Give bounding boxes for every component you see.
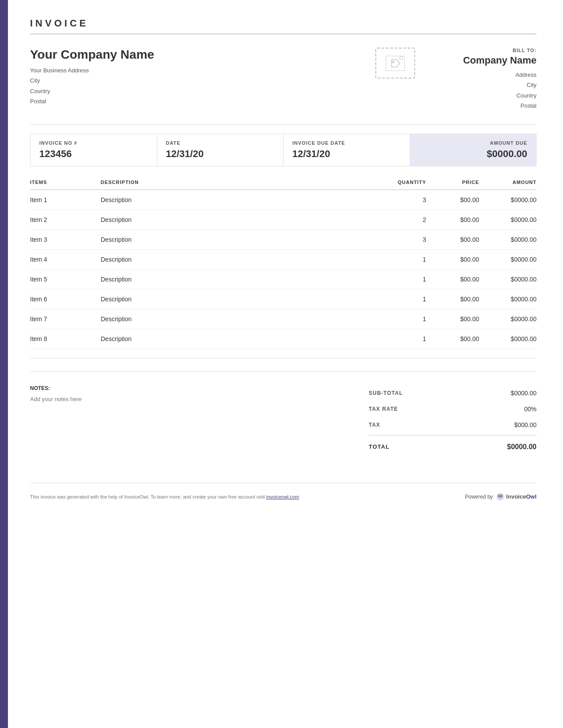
footer-static-text: This invoice was generated with the help… <box>30 494 265 499</box>
item-description: Description <box>101 296 373 303</box>
bill-details: Address City Country Postal <box>422 70 537 111</box>
svg-point-7 <box>501 496 502 497</box>
header-quantity: QUANTITY <box>373 180 426 185</box>
table-row: Item 5 Description 1 $00.00 $0000.00 <box>30 270 537 289</box>
item-description: Description <box>101 196 373 203</box>
logo-placeholder <box>375 48 415 79</box>
tax-value: $000.00 <box>514 421 537 428</box>
brand-invoice: InvoiceOwl <box>506 493 537 500</box>
item-price: $00.00 <box>426 236 479 243</box>
table-row: Item 2 Description 2 $00.00 $0000.00 <box>30 210 537 230</box>
items-section: ITEMS DESCRIPTION QUANTITY PRICE AMOUNT … <box>30 175 537 349</box>
item-price: $00.00 <box>426 196 479 203</box>
powered-by: Powered by InvoiceOwl <box>465 492 537 502</box>
invoice-no-value: 123456 <box>39 148 148 160</box>
item-quantity: 1 <box>373 296 426 303</box>
item-amount: $0000.00 <box>479 216 537 223</box>
meta-section: INVOICE NO # 123456 DATE 12/31/20 INVOIC… <box>30 134 537 166</box>
footer-text: This invoice was generated with the help… <box>30 494 299 499</box>
item-price: $00.00 <box>426 315 479 323</box>
invoiceowl-logo: InvoiceOwl <box>495 492 537 502</box>
divider-2 <box>30 358 537 358</box>
item-description: Description <box>101 315 373 323</box>
table-body: Item 1 Description 3 $00.00 $0000.00 Ite… <box>30 190 537 349</box>
item-amount: $0000.00 <box>479 256 537 263</box>
grand-total-value: $0000.00 <box>507 443 537 451</box>
left-accent-bar <box>0 0 8 728</box>
item-amount: $0000.00 <box>479 335 537 342</box>
item-name: Item 8 <box>30 335 101 342</box>
table-row: Item 3 Description 3 $00.00 $0000.00 <box>30 230 537 250</box>
table-row: Item 7 Description 1 $00.00 $0000.00 <box>30 309 537 329</box>
powered-by-label: Powered by <box>465 494 493 500</box>
invoice-title: INVOICE <box>30 18 537 34</box>
item-quantity: 1 <box>373 315 426 323</box>
from-country: Country <box>30 86 369 96</box>
bill-postal: Postal <box>422 101 537 111</box>
footer-link[interactable]: invoiceowl.com <box>266 494 299 499</box>
item-quantity: 2 <box>373 216 426 223</box>
bill-city: City <box>422 80 537 90</box>
grand-total-row: TOTAL $0000.00 <box>369 438 537 456</box>
tax-rate-row: TAX RATE 00% <box>369 401 537 417</box>
item-amount: $0000.00 <box>479 296 537 303</box>
table-row: Item 4 Description 1 $00.00 $0000.00 <box>30 250 537 270</box>
item-name: Item 4 <box>30 256 101 263</box>
item-quantity: 1 <box>373 335 426 342</box>
svg-rect-0 <box>386 56 404 70</box>
invoice-no-label: INVOICE NO # <box>39 140 148 146</box>
bill-to-section: BILL TO: Company Name Address City Count… <box>422 48 537 111</box>
logo-icon <box>384 53 406 73</box>
tax-rate-value: 00% <box>524 405 537 413</box>
content-area: INVOICE Your Company Name Your Business … <box>8 0 563 519</box>
logo-area <box>369 48 422 79</box>
item-quantity: 3 <box>373 236 426 243</box>
footer: This invoice was generated with the help… <box>30 483 537 502</box>
item-description: Description <box>101 335 373 342</box>
item-description: Description <box>101 256 373 263</box>
due-date-value: 12/31/20 <box>292 148 401 160</box>
item-name: Item 6 <box>30 296 101 303</box>
tax-label: TAX <box>369 422 380 428</box>
from-company-name: Your Company Name <box>30 48 369 62</box>
bill-address: Address <box>422 70 537 80</box>
subtotal-label: SUB-TOTAL <box>369 390 403 396</box>
item-amount: $0000.00 <box>479 276 537 283</box>
date-cell: DATE 12/31/20 <box>157 134 284 166</box>
item-name: Item 7 <box>30 315 101 323</box>
table-row: Item 6 Description 1 $00.00 $0000.00 <box>30 289 537 309</box>
item-quantity: 3 <box>373 196 426 203</box>
notes-text: Add your notes here <box>30 396 351 402</box>
bottom-section: NOTES: Add your notes here SUB-TOTAL $00… <box>30 372 537 456</box>
divider-1 <box>30 124 537 125</box>
item-description: Description <box>101 236 373 243</box>
header-description: DESCRIPTION <box>101 180 373 185</box>
subtotal-row: SUB-TOTAL $0000.00 <box>369 385 537 401</box>
totals-area: SUB-TOTAL $0000.00 TAX RATE 00% TAX $000… <box>369 385 537 456</box>
svg-point-3 <box>496 492 504 500</box>
header-items: ITEMS <box>30 180 101 185</box>
grand-total-label: TOTAL <box>369 443 389 450</box>
from-details: Your Business Address City Country Posta… <box>30 65 369 107</box>
item-name: Item 3 <box>30 236 101 243</box>
date-label: DATE <box>166 140 275 146</box>
item-description: Description <box>101 276 373 283</box>
invoice-no-cell: INVOICE NO # 123456 <box>30 134 157 166</box>
item-name: Item 1 <box>30 196 101 203</box>
amount-due-cell: AMOUNT DUE $0000.00 <box>410 134 537 166</box>
from-city: City <box>30 75 369 86</box>
item-amount: $0000.00 <box>479 315 537 323</box>
from-section: Your Company Name Your Business Address … <box>30 48 369 107</box>
item-quantity: 1 <box>373 256 426 263</box>
bill-company-name: Company Name <box>422 55 537 66</box>
item-price: $00.00 <box>426 216 479 223</box>
owl-icon <box>495 492 505 502</box>
item-quantity: 1 <box>373 276 426 283</box>
item-description: Description <box>101 216 373 223</box>
notes-label: NOTES: <box>30 385 351 391</box>
subtotal-value: $0000.00 <box>511 390 537 397</box>
from-address: Your Business Address <box>30 65 369 75</box>
tax-rate-label: TAX RATE <box>369 406 398 412</box>
total-divider <box>369 435 537 435</box>
due-date-label: INVOICE DUE DATE <box>292 140 401 146</box>
